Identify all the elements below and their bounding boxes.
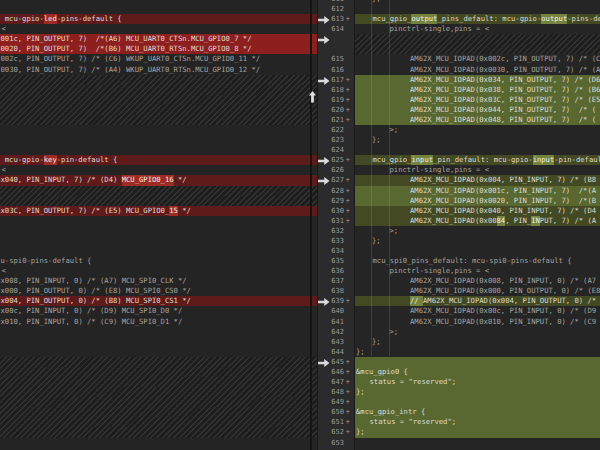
left-row-628 xyxy=(0,186,317,196)
added-line-plus-mark: + xyxy=(346,105,350,115)
added-line-plus-mark: + xyxy=(346,75,350,85)
right-row-612 xyxy=(355,4,600,14)
right-row-filler-4 xyxy=(355,34,600,44)
gutter-row: 649+ xyxy=(318,397,354,407)
left-row-622 xyxy=(0,125,317,135)
line-number: 633 xyxy=(322,236,344,246)
left-row-645 xyxy=(0,357,317,367)
right-row-646: &mcu_gpio0 { xyxy=(355,367,600,377)
added-line-plus-mark: + xyxy=(346,397,350,407)
added-line-plus-mark: + xyxy=(346,367,350,377)
gutter-row: 620+ xyxy=(318,105,354,115)
added-line-plus-mark: + xyxy=(346,357,350,367)
line-number: 644 xyxy=(322,347,344,357)
right-row-628: AM62X_MCU_IOPAD(0x001c, PIN_INPUT, 7) /*… xyxy=(355,186,600,196)
right-row-648: }; xyxy=(355,387,600,397)
gutter-row: 625+ xyxy=(318,155,354,165)
line-number: 625 xyxy=(322,155,344,165)
line-number: 646 xyxy=(322,367,344,377)
right-row-644: }; xyxy=(355,347,600,357)
left-row-625: mcu-gpio-key-pin-default { xyxy=(0,155,317,165)
gutter-row: 635 xyxy=(318,256,354,266)
right-row-616: AM62X_MCU_IOPAD(0x0030, PIN_OUTPUT, 7) /… xyxy=(355,65,600,75)
right-row-622: >; xyxy=(355,125,600,135)
left-row-644 xyxy=(0,347,317,357)
left-row-636: < xyxy=(0,266,317,276)
left-pane-old-file[interactable]: mcu-gpio-led-pins-default {<001c, PIN_OU… xyxy=(0,0,318,450)
added-line-plus-mark: + xyxy=(346,85,350,95)
added-line-plus-mark: + xyxy=(346,387,350,397)
left-row-filler-4: 001c, PIN_OUTPUT, 7) /*(A6) MCU_UART0_CT… xyxy=(0,34,317,44)
scroll-up-arrow-icon[interactable] xyxy=(309,91,316,103)
right-row-618: AM62X_MCU_IOPAD(0x038, PIN_OUTPUT, 7) /*… xyxy=(355,85,600,95)
line-number: 650 xyxy=(322,407,344,417)
line-number: 626 xyxy=(322,165,344,175)
gutter-row: 619+ xyxy=(318,95,354,105)
line-number: 651 xyxy=(322,417,344,427)
right-row-645 xyxy=(355,357,600,367)
line-number: 629 xyxy=(322,196,344,206)
left-row-619 xyxy=(0,95,317,105)
right-row-613: mcu_gpio_output_pins_default: mcu-gpio-o… xyxy=(355,14,600,24)
left-row-626: < xyxy=(0,165,317,175)
gutter-row: 622 xyxy=(318,125,354,135)
gutter-row: 641 xyxy=(318,317,354,327)
gutter-row: 650+ xyxy=(318,407,354,417)
line-number: 622 xyxy=(322,125,344,135)
right-row-631: AM62X_MCU_IOPAD(0x0084, PIN_INPUT, 7) /*… xyxy=(355,216,600,226)
line-number: 637 xyxy=(322,276,344,286)
line-number: 621 xyxy=(322,115,344,125)
right-row-634 xyxy=(355,246,600,256)
added-line-plus-mark: + xyxy=(346,115,350,125)
line-number: 639 xyxy=(322,296,344,306)
added-line-plus-mark: + xyxy=(346,196,350,206)
left-row-632 xyxy=(0,226,317,236)
right-row-637: AM62X_MCU_IOPAD(0x008, PIN_INPUT, 0) /* … xyxy=(355,276,600,286)
gutter-row: 624 xyxy=(318,145,354,155)
added-line-plus-mark: + xyxy=(346,216,350,226)
added-line-plus-mark: + xyxy=(346,296,350,306)
added-line-plus-mark: + xyxy=(346,186,350,196)
left-row-613: mcu-gpio-led-pins-default { xyxy=(0,14,317,24)
left-row-631 xyxy=(0,216,317,226)
right-row-632: >; xyxy=(355,226,600,236)
added-line-plus-mark: + xyxy=(346,377,350,387)
added-line-plus-mark: + xyxy=(346,407,350,417)
line-number: 648 xyxy=(322,387,344,397)
left-row-641: x010, PIN_INPUT, 0) /* (C9) MCU_SPI0_D1 … xyxy=(0,317,317,327)
gutter-row: 652+ xyxy=(318,427,354,437)
left-row-652 xyxy=(0,427,317,437)
line-number: 617 xyxy=(322,75,344,85)
left-row-627: x040, PIN_INPUT, 7) /* (D4) MCU_GPIO0_16… xyxy=(0,175,317,185)
right-row-626: pinctrl-single,pins = < xyxy=(355,165,600,175)
left-row-647 xyxy=(0,377,317,387)
left-row-617 xyxy=(0,75,317,85)
gutter-row: 629+ xyxy=(318,196,354,206)
left-row-638: x000, PIN_OUTPUT, 0) /* (E8) MCU_SPI0_CS… xyxy=(0,286,317,296)
merge-right-arrow-icon[interactable] xyxy=(318,34,331,44)
line-number: 640 xyxy=(322,306,344,316)
gutter-row: 628+ xyxy=(318,186,354,196)
added-line-plus-mark: + xyxy=(346,206,350,216)
right-row-639: // AM62X_MCU_IOPAD(0x004, PIN_OUTPUT, 0)… xyxy=(355,296,600,306)
added-line-plus-mark: + xyxy=(346,427,350,437)
gutter-row: 643 xyxy=(318,337,354,347)
left-row-640: x00c, PIN_INPUT, 0) /* (D9) MCU_SPI0_D0 … xyxy=(0,306,317,316)
right-row-642: >; xyxy=(355,327,600,337)
gutter-row xyxy=(318,44,354,54)
left-row-624 xyxy=(0,145,317,155)
gutter-row: 642 xyxy=(318,327,354,337)
line-number: 616 xyxy=(322,65,344,75)
right-row-635: mcu_spi0_pins_default: mcu-spi0-pins-def… xyxy=(355,256,600,266)
left-row-614: < xyxy=(0,24,317,34)
left-row-653 xyxy=(0,438,317,448)
gutter-row: 627+ xyxy=(318,175,354,185)
line-number: 624 xyxy=(322,145,344,155)
right-row-614: pinctrl-single,pins = < xyxy=(355,24,600,34)
line-number: 631 xyxy=(322,216,344,226)
right-pane-new-file[interactable]: };mcu_gpio_output_pins_default: mcu-gpio… xyxy=(355,0,600,450)
left-row-634 xyxy=(0,246,317,256)
center-gutter: 611612613+614615616617+618+619+620+621+6… xyxy=(318,0,355,450)
gutter-row: 639+ xyxy=(318,296,354,306)
right-row-621: AM62X_MCU_IOPAD(0x048, PIN_OUTPUT, 7) /*… xyxy=(355,115,600,125)
